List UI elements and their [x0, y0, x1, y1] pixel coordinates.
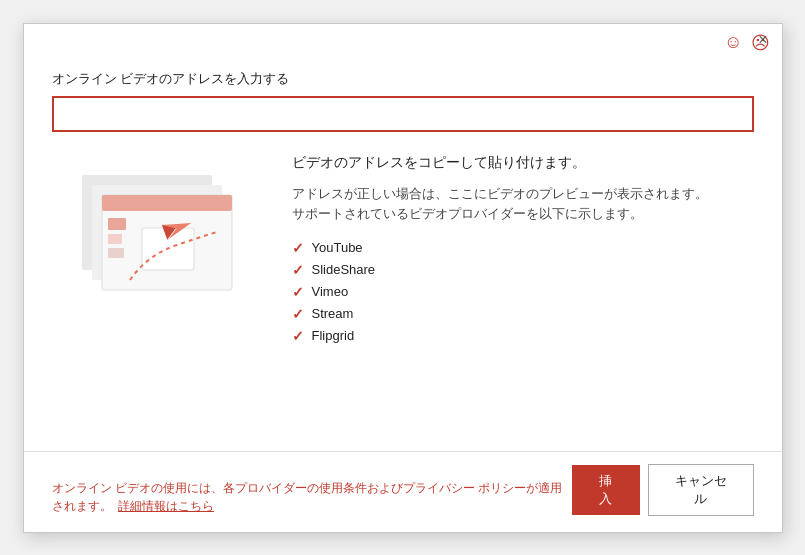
insert-button[interactable]: 挿入: [572, 465, 640, 515]
provider-vimeo: ✓ Vimeo: [292, 284, 754, 300]
svg-rect-5: [108, 234, 122, 244]
smiley-icon: ☺: [724, 32, 742, 53]
check-vimeo: ✓: [292, 284, 304, 300]
preview-description: アドレスが正しい場合は、ここにビデオのプレビューが表示されます。 サポートされて…: [292, 184, 754, 224]
video-illustration: [62, 160, 262, 340]
provider-slideshare: ✓ SlideShare: [292, 262, 754, 278]
check-stream: ✓: [292, 306, 304, 322]
provider-stream-label: Stream: [312, 306, 354, 321]
illustration: [52, 150, 272, 435]
dialog: ☺ ☹ × オンライン ビデオのアドレスを入力する: [23, 23, 783, 533]
check-youtube: ✓: [292, 240, 304, 256]
copy-paste-instruction: ビデオのアドレスをコピーして貼り付けます。: [292, 154, 754, 172]
provider-vimeo-label: Vimeo: [312, 284, 349, 299]
footer-text: オンライン ビデオの使用には、各プロバイダーの使用条件およびプライバシー ポリシ…: [52, 479, 572, 516]
close-button[interactable]: ×: [758, 32, 767, 48]
footer-details-link[interactable]: 詳細情報はこちら: [118, 500, 214, 512]
svg-rect-3: [102, 195, 232, 211]
provider-youtube-label: YouTube: [312, 240, 363, 255]
provider-stream: ✓ Stream: [292, 306, 754, 322]
info-panel: ビデオのアドレスをコピーして貼り付けます。 アドレスが正しい場合は、ここにビデオ…: [292, 150, 754, 435]
provider-flipgrid: ✓ Flipgrid: [292, 328, 754, 344]
provider-youtube: ✓ YouTube: [292, 240, 754, 256]
footer: オンライン ビデオの使用には、各プロバイダーの使用条件およびプライバシー ポリシ…: [24, 451, 782, 532]
dialog-body: オンライン ビデオのアドレスを入力する: [24, 58, 782, 451]
title-bar: ☺ ☹: [24, 24, 782, 58]
content-area: ビデオのアドレスをコピーして貼り付けます。 アドレスが正しい場合は、ここにビデオ…: [52, 150, 754, 435]
check-slideshare: ✓: [292, 262, 304, 278]
footer-buttons: 挿入 キャンセル: [572, 464, 754, 516]
svg-rect-4: [108, 218, 126, 230]
url-input[interactable]: [52, 96, 754, 132]
check-flipgrid: ✓: [292, 328, 304, 344]
provider-flipgrid-label: Flipgrid: [312, 328, 355, 343]
section-label: オンライン ビデオのアドレスを入力する: [52, 70, 754, 88]
provider-slideshare-label: SlideShare: [312, 262, 376, 277]
cancel-button[interactable]: キャンセル: [648, 464, 754, 516]
provider-list: ✓ YouTube ✓ SlideShare ✓ Vimeo ✓ Stream: [292, 240, 754, 344]
svg-rect-6: [108, 248, 124, 258]
